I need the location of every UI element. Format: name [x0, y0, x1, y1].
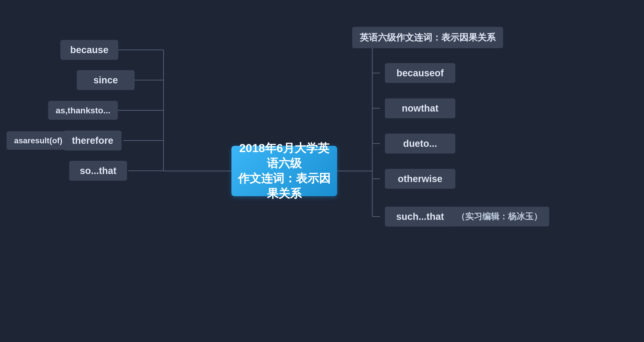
- right-node-title: 英语六级作文连词：表示因果关系: [352, 27, 503, 48]
- left-node-since: since: [77, 70, 135, 90]
- right-node-otherwise: otherwise: [385, 169, 455, 189]
- right-node-becauseof: becauseof: [385, 63, 455, 83]
- mind-map: 2018年6月大学英语六级作文连词：表示因果关系 because since a…: [0, 0, 644, 342]
- left-sub-asaresult: asaresult(of): [7, 131, 70, 150]
- right-sub-editor: （实习编辑：杨冰玉）: [450, 207, 549, 226]
- right-node-suchthat: such...that: [385, 207, 455, 227]
- left-node-because: because: [60, 40, 118, 60]
- left-node-as-thanks: as,thanksto...: [48, 101, 118, 120]
- left-node-therefore: therefore: [64, 131, 122, 151]
- center-node: 2018年6月大学英语六级作文连词：表示因果关系: [231, 146, 337, 196]
- right-node-dueto: dueto...: [385, 134, 455, 154]
- left-node-so-that: so...that: [69, 161, 127, 181]
- right-node-nowthat: nowthat: [385, 98, 455, 118]
